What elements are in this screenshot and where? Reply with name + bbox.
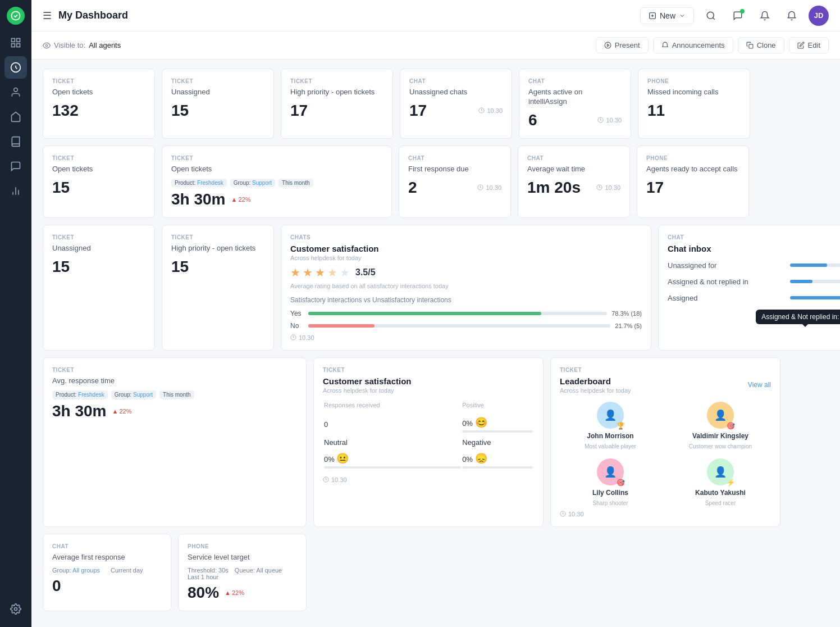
card-open-tickets-15: TICKET Open tickets 15 bbox=[43, 146, 155, 218]
card-high-priority-tickets: TICKET High priority - open tickets 17 bbox=[281, 69, 393, 139]
row4-grid: TICKET Avg. response time Product: Fresh… bbox=[43, 357, 829, 527]
avatar: 👤 🎯 bbox=[707, 402, 734, 429]
svg-point-6 bbox=[14, 88, 18, 92]
card-avg-wait: CHAT Average wait time 1m 20s 10.30 bbox=[518, 146, 630, 218]
sidebar-item-chat[interactable] bbox=[4, 155, 27, 178]
topbar-actions: New JD bbox=[640, 6, 829, 26]
table-row: Neutral Negative bbox=[324, 436, 533, 449]
row2-grid: TICKET Open tickets 15 TICKET Open ticke… bbox=[43, 146, 829, 218]
row3-grid: TICKET Unassigned 15 TICKET High priorit… bbox=[43, 225, 829, 351]
search-button[interactable] bbox=[701, 6, 721, 26]
avatar: 👤 ⚡ bbox=[707, 458, 734, 485]
sidebar-item-reports[interactable] bbox=[4, 180, 27, 202]
card-agents-ready: PHONE Agents ready to accept calls 17 bbox=[637, 146, 749, 218]
assigned-not-replied-row: Assigned & not replied in 12 bbox=[668, 278, 840, 286]
user-avatar[interactable]: JD bbox=[809, 6, 829, 26]
yes-row: Yes 78.3% (18) bbox=[290, 310, 642, 317]
chat-icon-button[interactable] bbox=[728, 6, 748, 26]
service-level-card: PHONE Service level target Threshold: 30… bbox=[178, 534, 307, 611]
card-first-response: CHAT First response due 2 10.30 bbox=[399, 146, 511, 218]
row5-grid: CHAT Average first response Group: All g… bbox=[43, 534, 829, 611]
sidebar-item-settings[interactable] bbox=[4, 598, 27, 620]
filter-tags: Product: Freshdesk Group: Support This m… bbox=[171, 179, 382, 187]
page-title: My Dashboard bbox=[58, 10, 633, 21]
csat-card: CHATS Customer satisfaction Across helpd… bbox=[281, 225, 651, 351]
sub-header: Visible to: All agents Present Announcem… bbox=[31, 31, 840, 60]
visible-to: Visible to: All agents bbox=[43, 41, 121, 49]
leader-item: 👤 🎯 Lily Collins Sharp shooter bbox=[560, 458, 661, 506]
card-unassigned-15: TICKET Unassigned 15 bbox=[43, 225, 155, 351]
avatar: 👤 🎯 bbox=[597, 458, 624, 485]
leader-item: 👤 🏆 John Morrison Most valuable player bbox=[560, 402, 661, 449]
table-row: 0% 😐 0% 😞 bbox=[324, 450, 533, 471]
app-shell: ☰ My Dashboard New bbox=[0, 0, 840, 627]
chat-inbox-card: CHAT Chat inbox Unassigned for 20 Assign… bbox=[658, 225, 840, 351]
svg-point-14 bbox=[605, 42, 611, 48]
tooltip: Assigned & Not replied in: 12 bbox=[756, 310, 840, 324]
svg-rect-3 bbox=[12, 44, 15, 47]
card-unassigned-tickets: TICKET Unassigned 15 bbox=[162, 69, 274, 139]
card-missed-calls: PHONE Missed incoming calls 11 bbox=[638, 69, 750, 139]
view-all-link[interactable]: View all bbox=[748, 381, 771, 389]
avatar: 👤 🏆 bbox=[597, 402, 624, 429]
hamburger-button[interactable]: ☰ bbox=[43, 10, 52, 22]
svg-point-0 bbox=[12, 12, 20, 20]
svg-point-12 bbox=[707, 12, 714, 19]
responses-table: Responses received Positive 0 0% 😊 bbox=[323, 401, 534, 472]
svg-rect-1 bbox=[12, 39, 15, 42]
card-unassigned-chats: CHAT Unassigned chats 17 10.30 bbox=[400, 69, 512, 139]
avg-response-filters: Product: Freshdesk Group: Support This m… bbox=[52, 390, 297, 399]
ticket-csat-card: TICKET Customer satisfaction Across help… bbox=[313, 357, 544, 527]
svg-rect-2 bbox=[17, 39, 20, 42]
card-open-tickets: TICKET Open tickets 132 bbox=[43, 69, 155, 139]
sidebar-item-contacts[interactable] bbox=[4, 81, 27, 103]
leader-item: 👤 🎯 Valdimir Kingsley Customer wow champ… bbox=[670, 402, 771, 449]
main-area: ☰ My Dashboard New bbox=[31, 0, 840, 627]
leaderboard-card: TICKET Leaderboard Across helpdesk for t… bbox=[550, 357, 780, 527]
notification-dot bbox=[740, 9, 745, 13]
svg-point-13 bbox=[45, 44, 48, 47]
leader-item: 👤 ⚡ Kabuto Yakushi Speed racer bbox=[670, 458, 771, 506]
sidebar-item-kb[interactable] bbox=[4, 130, 27, 153]
sidebar-item-dashboard[interactable] bbox=[4, 56, 27, 79]
card-intelliassign: CHAT Agents active on intelliAssign 6 10… bbox=[519, 69, 631, 139]
no-row: No 21.7% (5) bbox=[290, 322, 642, 330]
svg-marker-15 bbox=[607, 44, 609, 46]
clone-button[interactable]: Clone bbox=[738, 37, 784, 53]
row1-grid: TICKET Open tickets 132 TICKET Unassigne… bbox=[43, 69, 829, 139]
card-high-priority-15: TICKET High priority - open tickets 15 bbox=[162, 225, 274, 351]
svg-point-10 bbox=[15, 608, 17, 611]
logo[interactable] bbox=[7, 7, 25, 25]
announcements-button[interactable]: Announcements bbox=[653, 37, 733, 53]
new-button[interactable]: New bbox=[640, 7, 694, 24]
sidebar-item-menu[interactable] bbox=[4, 31, 27, 54]
unassigned-for-row: Unassigned for 20 bbox=[668, 261, 840, 270]
card-open-tickets-time: TICKET Open tickets Product: Freshdesk G… bbox=[162, 146, 392, 218]
leaderboard-grid: 👤 🏆 John Morrison Most valuable player 👤… bbox=[560, 402, 771, 506]
star-rating: ★ ★ ★ ★ ★ 3.5/5 bbox=[290, 266, 642, 279]
avg-first-response-card: CHAT Average first response Group: All g… bbox=[43, 534, 171, 611]
svg-rect-16 bbox=[749, 44, 753, 48]
table-row: 0 0% 😊 bbox=[324, 414, 533, 435]
edit-button[interactable]: Edit bbox=[789, 37, 829, 53]
announcements-icon-button[interactable] bbox=[755, 6, 775, 26]
notifications-button[interactable] bbox=[782, 6, 802, 26]
sub-header-actions: Present Announcements Clone Edit bbox=[596, 37, 829, 53]
avg-response-card: TICKET Avg. response time Product: Fresh… bbox=[43, 357, 307, 527]
svg-rect-4 bbox=[17, 44, 20, 47]
topbar: ☰ My Dashboard New bbox=[31, 0, 840, 31]
present-button[interactable]: Present bbox=[596, 37, 649, 53]
sidebar-item-companies[interactable] bbox=[4, 106, 27, 128]
assigned-row: Assigned 48 bbox=[668, 294, 840, 302]
sidebar bbox=[0, 0, 31, 627]
dashboard-content: TICKET Open tickets 132 TICKET Unassigne… bbox=[31, 60, 840, 627]
